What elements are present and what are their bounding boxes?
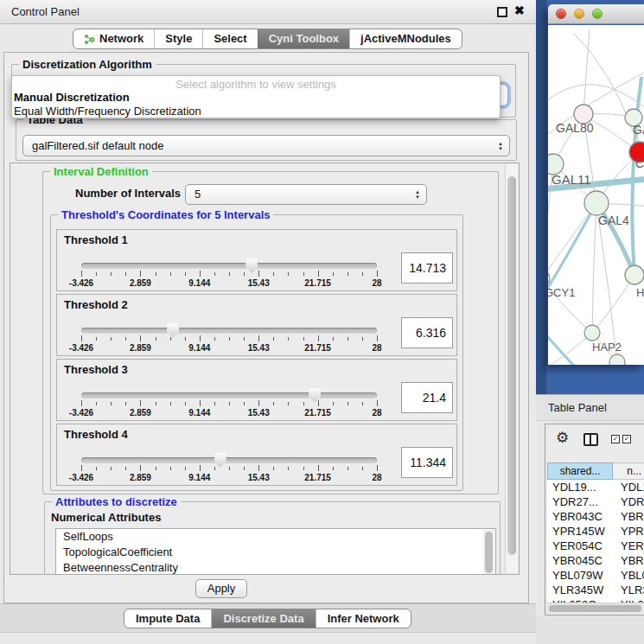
slider-track[interactable] (81, 392, 377, 399)
network-node[interactable] (584, 191, 609, 215)
network-node[interactable] (609, 354, 625, 365)
threshold-2-slider[interactable]: -3.4262.8599.14415.4321.71528 (81, 324, 377, 354)
slider-ticks (81, 465, 377, 472)
split-columns-icon[interactable] (583, 433, 598, 446)
table-body[interactable]: YDL19...YDL1YDR27...YDR2YBR043CYBR0YPR14… (547, 480, 644, 603)
zoom-traffic-light-icon[interactable] (592, 9, 603, 19)
settings-vertical-scrollbar[interactable] (505, 164, 518, 573)
threshold-3-slider[interactable]: -3.4262.8599.14415.4321.71528 (81, 389, 377, 418)
slider-ticks (81, 335, 377, 342)
table-row[interactable]: YBR045CYBR0 (547, 553, 644, 568)
tab-style[interactable]: Style (154, 29, 202, 48)
threshold-value-field[interactable]: 6.316 (401, 317, 453, 348)
table-row[interactable]: YBR043CYBR0 (547, 509, 644, 524)
network-edge[interactable] (592, 203, 596, 333)
minimize-traffic-light-icon[interactable] (574, 9, 584, 19)
network-edge[interactable] (592, 275, 634, 333)
tab-select[interactable]: Select (202, 29, 257, 48)
right-bottom-strip (536, 615, 644, 644)
threshold-value-field[interactable]: 14.713 (401, 252, 453, 284)
table-panel-window: ⚙ ✓ ✓ shared... n... YDL19...YDL1YDR27..… (545, 424, 644, 615)
network-node-label: GAL80 (556, 121, 594, 135)
threshold-value-field[interactable]: 21.4 (401, 382, 453, 413)
threshold-label: Threshold 2 (64, 298, 128, 311)
threshold-2-panel: Threshold 2 -3.4262.8599.14415.4321.7152… (56, 294, 457, 356)
close-traffic-light-icon[interactable] (556, 9, 566, 19)
group-title: Threshold's Coordinates for 5 Intervals (58, 208, 273, 221)
column-header-shared-name[interactable]: shared... (547, 462, 613, 480)
table-panel-title: Table Panel (548, 395, 607, 421)
network-view-window: GAL80GAGAL11CGAL4GCY1HHAP2 (548, 4, 644, 365)
scrollbar-thumb[interactable] (485, 532, 493, 573)
attribute-list-scrollbar[interactable] (483, 530, 494, 575)
slider-ticks (81, 271, 377, 277)
network-edge[interactable] (632, 77, 641, 275)
attribute-item[interactable]: TopologicalCoefficient (56, 545, 495, 560)
table-row[interactable]: YDL19...YDL1 (547, 480, 644, 494)
table-row[interactable]: YLR345WYLR3 (547, 583, 644, 597)
attribute-item[interactable]: SelfLoops (56, 529, 495, 545)
slider-track[interactable] (81, 328, 377, 334)
group-title: Discretization Algorithm (19, 58, 156, 71)
table-row[interactable]: YPR145WYPR1 (547, 524, 644, 539)
threshold-label: Threshold 3 (64, 363, 128, 376)
tab-network[interactable]: Network (73, 29, 154, 48)
control-panel-titlebar: Control Panel ✖ (0, 0, 536, 24)
table-horizontal-scrollbar[interactable] (547, 603, 644, 613)
apply-button[interactable]: Apply (195, 579, 247, 598)
network-canvas-svg: GAL80GAGAL11CGAL4GCY1HHAP2 (548, 25, 644, 365)
slider-tick-labels: -3.4262.8599.14415.4321.71528 (81, 343, 377, 353)
close-icon[interactable]: ✖ (514, 3, 525, 17)
table-row[interactable]: YBL079WYBL0 (547, 568, 644, 583)
tab-cyni-toolbox[interactable]: Cyni Toolbox (258, 29, 349, 48)
gear-icon[interactable]: ⚙ (556, 430, 569, 447)
network-edge[interactable] (548, 85, 644, 107)
network-node-label: C (635, 156, 644, 170)
cyni-bottom-tabbar: Impute Data Discretize Data Infer Networ… (124, 609, 411, 628)
threshold-4-slider[interactable]: -3.4262.8599.14415.4321.71528 (81, 454, 377, 483)
threshold-coordinates-group: Threshold's Coordinates for 5 Intervals … (50, 214, 463, 491)
network-node[interactable] (625, 265, 644, 284)
tab-jactivemnodules[interactable]: jActiveMNodules (349, 29, 462, 48)
threshold-1-panel: Threshold 1 -3.4262.8599.14415.4321.7152… (56, 229, 457, 291)
attributes-to-discretize-group: Attributes to discretize Numerical Attri… (44, 501, 501, 575)
number-of-intervals-combobox[interactable]: 5 ▲▼ (185, 184, 427, 205)
slider-ticks (81, 400, 377, 407)
threshold-1-slider[interactable]: -3.4262.8599.14415.4321.71528 (81, 259, 377, 289)
dropdown-option-manual-discretization[interactable]: Manual Discretization (12, 91, 500, 105)
tab-impute-data[interactable]: Impute Data (124, 609, 211, 628)
checkbox-icon[interactable]: ✓ (611, 435, 620, 443)
threshold-4-panel: Threshold 4 -3.4262.8599.14415.4321.7152… (56, 424, 457, 486)
network-window-titlebar[interactable] (548, 4, 644, 24)
attribute-item[interactable]: BetweennessCentrality (56, 560, 495, 575)
table-row[interactable]: YER054CYER0 (547, 539, 644, 553)
network-tab-icon (84, 34, 95, 45)
network-node-label: GAL11 (552, 172, 591, 187)
network-node-label: GA (633, 123, 644, 137)
table-row[interactable]: YDR27...YDR2 (547, 494, 644, 509)
dropdown-option-equal-width[interactable]: Equal Width/Frequency Discretization (12, 105, 500, 118)
network-node[interactable] (584, 325, 600, 341)
column-header-name[interactable]: n... (613, 462, 644, 480)
threshold-value-field[interactable]: 11.344 (401, 447, 453, 478)
tab-label: Select (214, 29, 246, 48)
network-canvas[interactable]: GAL80GAGAL11CGAL4GCY1HHAP2 (548, 25, 644, 365)
scrollbar-thumb[interactable] (507, 176, 516, 555)
float-window-icon[interactable] (497, 7, 507, 17)
scrollbar-thumb[interactable] (549, 605, 641, 612)
table-data-combobox[interactable]: galFiltered.sif default node ▲▼ (22, 135, 510, 156)
tab-discretize-data[interactable]: Discretize Data (211, 609, 315, 628)
slider-tick-labels: -3.4262.8599.14415.4321.71528 (81, 408, 377, 418)
slider-track[interactable] (81, 263, 377, 269)
algorithm-dropdown-popup: Select algorithm to view settings Manual… (11, 75, 501, 118)
tab-infer-network[interactable]: Infer Network (316, 609, 411, 628)
network-edge[interactable] (583, 29, 590, 115)
checkbox-icon[interactable]: ✓ (622, 435, 631, 443)
combo-value: galFiltered.sif default node (32, 139, 163, 152)
combo-spinner-icon: ▲▼ (498, 141, 503, 151)
tab-label: jActiveMNodules (360, 29, 451, 48)
numerical-attribute-list[interactable]: SelfLoopsTopologicalCoefficientBetweenne… (55, 528, 496, 575)
network-node-label: GAL4 (598, 214, 629, 227)
slider-track[interactable] (81, 457, 377, 463)
group-title: Interval Definition (50, 165, 152, 178)
